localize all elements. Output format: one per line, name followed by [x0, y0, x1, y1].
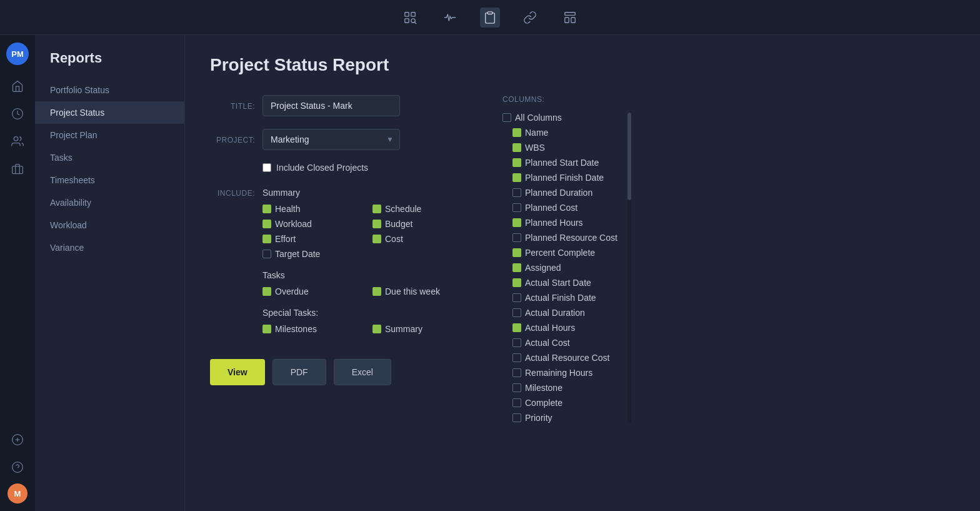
page-title: Project Status Report: [210, 55, 955, 75]
actual-cost-label: Actual Cost: [525, 338, 570, 348]
col-planned-cost: Planned Cost: [512, 203, 618, 213]
actual-resource-cost-label: Actual Resource Cost: [525, 353, 609, 363]
target-date-label: Target Date: [275, 249, 320, 259]
toolbar: [0, 0, 980, 35]
milestone-label: Milestone: [525, 383, 562, 393]
tasks-title: Tasks: [262, 270, 472, 280]
planned-finish-date-checkbox-checked[interactable]: [512, 173, 521, 182]
planned-resource-cost-checkbox[interactable]: [512, 233, 521, 242]
complete-label: Complete: [525, 398, 562, 408]
planned-start-date-checkbox-checked[interactable]: [512, 158, 521, 167]
planned-cost-checkbox[interactable]: [512, 203, 521, 212]
actual-start-date-label: Actual Start Date: [525, 278, 591, 288]
project-select[interactable]: Marketing Development Design: [262, 129, 400, 150]
milestones-checkbox-checked[interactable]: [262, 325, 271, 333]
cost-checkbox-checked[interactable]: [372, 235, 381, 243]
sidebar-item-project-status[interactable]: Project Status: [35, 101, 184, 124]
health-checkbox-checked[interactable]: [262, 205, 271, 213]
title-input[interactable]: [262, 95, 400, 116]
cb-milestones: Milestones: [262, 324, 362, 334]
health-label: Health: [275, 204, 300, 214]
sidebar-item-portfolio-status[interactable]: Portfolio Status: [35, 79, 184, 101]
app-logo[interactable]: PM: [6, 43, 29, 65]
sidebar-item-timesheets[interactable]: Timesheets: [35, 169, 184, 191]
columns-section: COLUMNS: All Columns Name: [502, 95, 955, 423]
col-name: Name: [512, 128, 618, 138]
name-checkbox-checked[interactable]: [512, 128, 521, 137]
budget-label: Budget: [385, 219, 412, 229]
sidebar: Reports Portfolio Status Project Status …: [35, 35, 185, 511]
user-avatar[interactable]: M: [8, 483, 28, 503]
percent-complete-checkbox-checked[interactable]: [512, 248, 521, 257]
nav-add-icon[interactable]: [6, 428, 29, 451]
col-planned-hours: Planned Hours: [512, 218, 618, 228]
actual-duration-checkbox[interactable]: [512, 308, 521, 317]
nav-briefcase-icon[interactable]: [6, 158, 29, 180]
nav-home-icon[interactable]: [6, 75, 29, 98]
svg-line-4: [415, 22, 416, 23]
nav-clock-icon[interactable]: [6, 103, 29, 125]
planned-duration-checkbox[interactable]: [512, 188, 521, 197]
sidebar-item-project-plan[interactable]: Project Plan: [35, 124, 184, 146]
remaining-hours-checkbox[interactable]: [512, 368, 521, 377]
planned-hours-checkbox-checked[interactable]: [512, 218, 521, 227]
summary-checkbox-checked[interactable]: [372, 325, 381, 333]
workload-checkbox-checked[interactable]: [262, 220, 271, 228]
include-label: INCLUDE:: [210, 188, 255, 334]
cb-cost: Cost: [372, 234, 472, 244]
schedule-checkbox-checked[interactable]: [372, 205, 381, 213]
all-columns-checkbox[interactable]: [502, 113, 511, 122]
wbs-checkbox-checked[interactable]: [512, 143, 521, 152]
svg-rect-2: [405, 18, 409, 22]
schedule-label: Schedule: [385, 204, 421, 214]
planned-finish-date-label: Planned Finish Date: [525, 173, 604, 183]
actual-hours-checkbox-checked[interactable]: [512, 323, 521, 332]
include-closed-checkbox[interactable]: [262, 163, 271, 172]
wbs-label: WBS: [525, 143, 545, 153]
toolbar-clipboard-icon[interactable]: [480, 8, 500, 28]
actual-resource-cost-checkbox[interactable]: [512, 353, 521, 362]
toolbar-link-icon[interactable]: [520, 8, 540, 28]
effort-label: Effort: [275, 234, 296, 244]
col-remaining-hours: Remaining Hours: [512, 368, 618, 378]
cb-due-this-week: Due this week: [372, 286, 472, 296]
target-date-checkbox[interactable]: [262, 250, 271, 258]
nav-help-icon[interactable]: [6, 456, 29, 478]
sidebar-item-tasks[interactable]: Tasks: [35, 146, 184, 169]
due-this-week-checkbox-checked[interactable]: [372, 287, 381, 296]
percent-complete-label: Percent Complete: [525, 248, 595, 258]
budget-checkbox-checked[interactable]: [372, 220, 381, 228]
milestone-checkbox[interactable]: [512, 383, 521, 392]
title-row: TITLE:: [210, 95, 472, 116]
summary-title: Summary: [262, 188, 472, 198]
nav-users-icon[interactable]: [6, 130, 29, 153]
complete-checkbox[interactable]: [512, 398, 521, 407]
title-label: TITLE:: [210, 102, 255, 111]
priority-checkbox[interactable]: [512, 413, 521, 422]
effort-checkbox-checked[interactable]: [262, 235, 271, 243]
sidebar-item-variance[interactable]: Variance: [35, 236, 184, 259]
toolbar-pulse-icon[interactable]: [440, 8, 460, 28]
actual-start-date-checkbox-checked[interactable]: [512, 278, 521, 287]
pdf-button[interactable]: PDF: [272, 359, 326, 385]
col-priority: Priority: [512, 413, 618, 423]
assigned-checkbox-checked[interactable]: [512, 263, 521, 272]
actual-hours-label: Actual Hours: [525, 323, 575, 333]
toolbar-layout-icon[interactable]: [560, 8, 580, 28]
sidebar-item-workload[interactable]: Workload: [35, 214, 184, 236]
svg-point-10: [14, 137, 18, 141]
actual-cost-checkbox[interactable]: [512, 338, 521, 347]
planned-cost-label: Planned Cost: [525, 203, 578, 213]
actual-finish-date-checkbox[interactable]: [512, 293, 521, 302]
overdue-checkbox-checked[interactable]: [262, 287, 271, 296]
columns-scrollbar[interactable]: [628, 113, 631, 423]
col-percent-complete: Percent Complete: [512, 248, 618, 258]
svg-rect-7: [565, 18, 569, 23]
sidebar-item-availability[interactable]: Availability: [35, 191, 184, 214]
overdue-label: Overdue: [275, 286, 309, 296]
remaining-hours-label: Remaining Hours: [525, 368, 592, 378]
view-button[interactable]: View: [210, 359, 265, 385]
excel-button[interactable]: Excel: [334, 359, 391, 385]
action-buttons: View PDF Excel: [210, 359, 472, 385]
toolbar-search-zoom-icon[interactable]: [400, 8, 420, 28]
